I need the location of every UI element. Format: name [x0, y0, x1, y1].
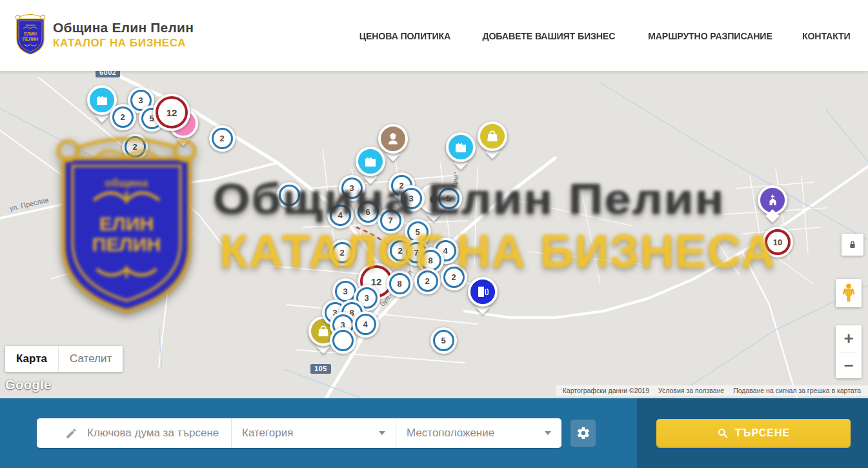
site-logo[interactable]: община ЕЛИН ПЕЛИН Община Елин Пелин КАТА…: [14, 14, 194, 56]
map-markers-layer: 3251222323564752274812822333834510: [0, 71, 868, 398]
map-marker-pin fuel-icon[interactable]: [468, 277, 498, 307]
map-marker-cluster[interactable]: 12: [153, 94, 190, 131]
map-marker-cluster[interactable]: [276, 182, 303, 209]
pencil-icon: [65, 427, 77, 440]
map-type-satellite-button[interactable]: Сателит: [58, 346, 123, 372]
map-marker-cluster[interactable]: 4: [352, 311, 379, 338]
zoom-out-button[interactable]: −: [836, 352, 862, 379]
magnifier-icon: [717, 427, 729, 439]
map-marker-pin bag-icon[interactable]: [478, 121, 507, 151]
lock-icon: [847, 239, 858, 250]
map-type-map-button[interactable]: Карта: [5, 346, 58, 372]
report-error-link[interactable]: Подаване на сигнал за грешка в картата: [729, 387, 865, 394]
advanced-settings-button[interactable]: [570, 420, 596, 447]
municipality-crest-icon: община ЕЛИН ПЕЛИН: [14, 14, 46, 56]
map-marker-cluster[interactable]: 10: [762, 227, 793, 258]
map-marker-pin church-icon[interactable]: [758, 185, 787, 215]
map-attribution: Картографски данни ©2019 Условия за полз…: [556, 385, 868, 396]
attribution-copyright: Картографски данни ©2019: [558, 387, 654, 394]
site-subtitle: КАТАЛОГ НА БИЗНЕСА: [53, 37, 194, 50]
page: 3251222323564752274812822333834510 общин…: [0, 0, 868, 468]
zoom-control: + −: [836, 325, 862, 378]
map-marker-cluster[interactable]: 2: [441, 264, 467, 290]
map-marker-cluster[interactable]: 4: [327, 202, 354, 229]
nav-item[interactable]: ДОБАВЕТЕ ВАШИЯТ БИЗНЕС: [482, 30, 615, 41]
map-marker-cluster[interactable]: 2: [209, 125, 236, 152]
category-select[interactable]: Категория: [231, 418, 396, 448]
map-marker-cluster[interactable]: 8: [387, 270, 413, 297]
map-type-control: Карта Сателит: [5, 346, 123, 372]
map-marker-pin building-icon[interactable]: [446, 132, 476, 162]
chevron-down-icon: [379, 431, 385, 435]
map-marker-cluster[interactable]: 3: [398, 185, 425, 212]
map-marker-cluster[interactable]: 5: [430, 327, 457, 354]
map-marker-cluster[interactable]: [330, 327, 356, 354]
svg-text:община: община: [25, 23, 35, 26]
location-value: Местоположение: [407, 427, 494, 440]
main-nav: ЦЕНОВА ПОЛИТИКАДОБАВЕТЕ ВАШИЯТ БИЗНЕСМАР…: [357, 0, 852, 71]
pegman-icon: [840, 283, 857, 303]
map-marker-cluster[interactable]: 2: [329, 239, 356, 266]
google-logo[interactable]: Google: [5, 378, 52, 392]
chevron-down-icon: [545, 431, 551, 435]
svg-text:ПЕЛИН: ПЕЛИН: [23, 36, 39, 42]
map-marker-cluster[interactable]: 3: [339, 175, 365, 201]
map-marker-cluster[interactable]: 5: [436, 185, 462, 212]
lock-button[interactable]: [842, 234, 863, 256]
keyword-input[interactable]: [87, 427, 231, 440]
keyword-field[interactable]: [37, 418, 231, 448]
pegman-button[interactable]: [836, 279, 862, 307]
search-fields-panel: Категория Местоположение: [37, 418, 561, 448]
search-button-label: ТЪРСЕНЕ: [735, 427, 790, 439]
gear-icon: [576, 426, 590, 440]
map-marker-cluster[interactable]: 2: [122, 134, 148, 160]
search-button[interactable]: ТЪРСЕНЕ: [656, 419, 851, 447]
zoom-in-button[interactable]: +: [836, 325, 862, 352]
site-header: община ЕЛИН ПЕЛИН Община Елин Пелин КАТА…: [0, 0, 868, 71]
map-marker-pin building-icon[interactable]: [356, 147, 385, 176]
google-map-canvas[interactable]: 3251222323564752274812822333834510 общин…: [0, 71, 868, 398]
site-title: Община Елин Пелин: [53, 20, 194, 36]
terms-link[interactable]: Условия за ползване: [654, 387, 729, 394]
nav-item[interactable]: ЦЕНОВА ПОЛИТИКА: [359, 30, 450, 41]
map-marker-cluster[interactable]: 2: [110, 104, 136, 130]
map-marker-cluster[interactable]: 7: [378, 207, 404, 234]
search-bar: Категория Местоположение ТЪРСЕНЕ: [0, 398, 868, 468]
map-marker-pin worker-icon[interactable]: [378, 124, 408, 154]
category-value: Категория: [242, 427, 293, 440]
nav-item[interactable]: КОНТАКТИ: [802, 30, 851, 41]
location-select[interactable]: Местоположение: [396, 418, 561, 448]
map-marker-cluster[interactable]: 2: [414, 268, 441, 294]
nav-item[interactable]: МАРШРУТНО РАЗПИСАНИЕ: [648, 30, 772, 41]
